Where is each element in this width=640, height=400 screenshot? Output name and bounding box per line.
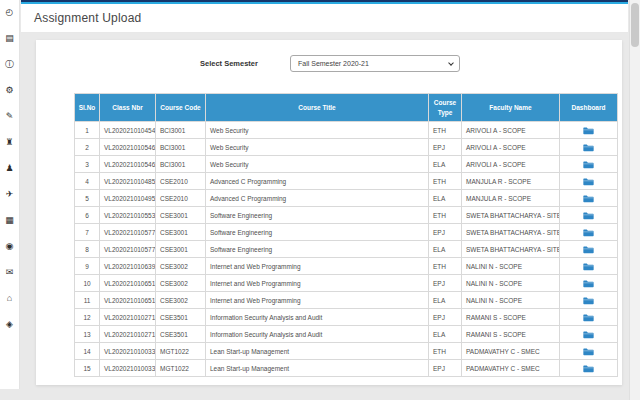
clock-icon[interactable]: ◴ [3, 4, 17, 21]
class-nbr-cell: VL2020210106517 [100, 275, 156, 292]
courses-table: Sl.NoClass NbrCourse CodeCourse TitleCou… [74, 93, 618, 377]
course-title-cell: Software Engineering [206, 207, 429, 224]
main-area: Assignment Upload Select Semester Fall S… [21, 0, 628, 400]
dashboard-cell [560, 275, 618, 292]
table-row: 12VL2020210102714CSE3501Information Secu… [75, 309, 618, 326]
faculty-cell: ARIVOLI A - SCOPE [462, 139, 560, 156]
folder-icon[interactable] [583, 279, 594, 288]
course-code-cell: CSE3001 [156, 241, 206, 258]
user-icon[interactable]: ♟ [3, 160, 17, 177]
vertical-scrollbar[interactable] [629, 0, 640, 400]
scrollbar-thumb[interactable] [631, 3, 639, 47]
folder-icon[interactable] [583, 211, 594, 220]
course-code-cell: CSE3002 [156, 275, 206, 292]
semester-select[interactable]: Fall Semester 2020-21 [290, 55, 460, 72]
folder-icon[interactable] [583, 228, 594, 237]
course-title-cell: Web Security [206, 122, 429, 139]
course-type-cell: EPJ [429, 224, 462, 241]
course-title-cell: Advanced C Programming [206, 190, 429, 207]
class-nbr-cell: VL2020210104549 [100, 122, 156, 139]
course-code-cell: CSE3001 [156, 207, 206, 224]
column-header-course-type: Course Type [429, 94, 462, 122]
home-icon[interactable]: ⌂ [3, 290, 17, 307]
table-body: 1VL2020210104549BCI3001Web SecurityETHAR… [75, 122, 618, 377]
course-code-cell: MGT1022 [156, 360, 206, 377]
bank-icon[interactable]: ♜ [3, 134, 17, 151]
slno-cell: 12 [75, 309, 100, 326]
mail-icon[interactable]: ✉ [3, 264, 17, 281]
table-row: 1VL2020210104549BCI3001Web SecurityETHAR… [75, 122, 618, 139]
shield-icon[interactable]: ◈ [3, 316, 17, 333]
course-code-cell: CSE3002 [156, 292, 206, 309]
folder-icon[interactable] [583, 245, 594, 254]
faculty-cell: SWETA BHATTACHARYA - SITE [462, 241, 560, 258]
table-row: 9VL2020210106396CSE3002Internet and Web … [75, 258, 618, 275]
dashboard-cell [560, 190, 618, 207]
slno-cell: 7 [75, 224, 100, 241]
course-code-cell: CSE3001 [156, 224, 206, 241]
slno-cell: 14 [75, 343, 100, 360]
dashboard-cell [560, 156, 618, 173]
class-nbr-cell: VL2020210104854 [100, 173, 156, 190]
course-code-cell: CSE3501 [156, 309, 206, 326]
slno-cell: 8 [75, 241, 100, 258]
faculty-cell: MANJULA R - SCOPE [462, 173, 560, 190]
course-title-cell: Internet and Web Programming [206, 275, 429, 292]
folder-icon[interactable] [583, 126, 594, 135]
slno-cell: 11 [75, 292, 100, 309]
dashboard-cell [560, 343, 618, 360]
slno-cell: 1 [75, 122, 100, 139]
dashboard-cell [560, 207, 618, 224]
table-row: 5VL2020210104952CSE2010Advanced C Progra… [75, 190, 618, 207]
dashboard-cell [560, 326, 618, 343]
slno-cell: 15 [75, 360, 100, 377]
course-type-cell: ETH [429, 173, 462, 190]
dashboard-cell [560, 241, 618, 258]
column-header-sl-no: Sl.No [75, 94, 100, 122]
table-row: 4VL2020210104854CSE2010Advanced C Progra… [75, 173, 618, 190]
course-code-cell: CSE2010 [156, 190, 206, 207]
column-header-course-title: Course Title [206, 94, 429, 122]
faculty-cell: RAMANI S - SCOPE [462, 326, 560, 343]
building-icon[interactable]: ▦ [3, 212, 17, 229]
folder-icon[interactable] [583, 194, 594, 203]
course-title-cell: Software Engineering [206, 241, 429, 258]
dashboard-cell [560, 224, 618, 241]
faculty-cell: PADMAVATHY C - SMEC [462, 343, 560, 360]
folder-icon[interactable] [583, 313, 594, 322]
folder-icon[interactable] [583, 160, 594, 169]
info-icon[interactable]: ⓘ [3, 56, 17, 73]
page-header: Assignment Upload [21, 4, 628, 33]
column-header-class-nbr: Class Nbr [100, 94, 156, 122]
class-nbr-cell: VL2020210106516 [100, 292, 156, 309]
folder-icon[interactable] [583, 177, 594, 186]
slno-cell: 10 [75, 275, 100, 292]
dashboard-cell [560, 309, 618, 326]
slno-cell: 4 [75, 173, 100, 190]
dashboard-cell [560, 360, 618, 377]
course-title-cell: Information Security Analysis and Audit [206, 326, 429, 343]
dashboard-cell [560, 173, 618, 190]
page-title: Assignment Upload [21, 4, 628, 33]
folder-icon[interactable] [583, 330, 594, 339]
gear-icon[interactable]: ⚙ [3, 82, 17, 99]
table-row: 13VL2020210102713CSE3501Information Secu… [75, 326, 618, 343]
class-nbr-cell: VL2020210105771 [100, 241, 156, 258]
profile-icon[interactable]: ◉ [3, 238, 17, 255]
send-icon[interactable]: ✈ [3, 186, 17, 203]
faculty-cell: ARIVOLI A - SCOPE [462, 122, 560, 139]
folder-icon[interactable] [583, 364, 594, 373]
folder-icon[interactable] [583, 296, 594, 305]
dashboard-cell [560, 139, 618, 156]
column-header-course-code: Course Code [156, 94, 206, 122]
folder-icon[interactable] [583, 347, 594, 356]
class-nbr-cell: VL2020210104952 [100, 190, 156, 207]
column-header-faculty-name: Faculty Name [462, 94, 560, 122]
folder-icon[interactable] [583, 262, 594, 271]
class-nbr-cell: VL2020210105772 [100, 224, 156, 241]
briefcase-icon[interactable]: ▤ [3, 30, 17, 47]
book-icon[interactable]: ✎ [3, 108, 17, 125]
folder-icon[interactable] [583, 143, 594, 152]
course-code-cell: BCI3001 [156, 139, 206, 156]
course-type-cell: EPJ [429, 360, 462, 377]
